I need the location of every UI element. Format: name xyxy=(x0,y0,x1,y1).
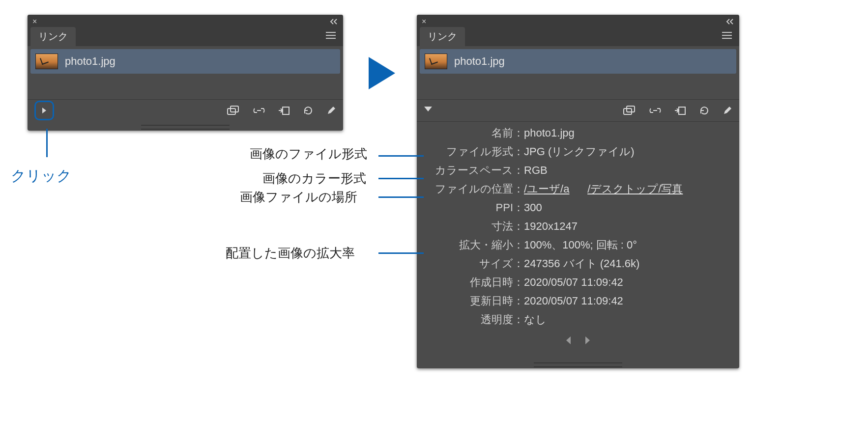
link-filename: photo1.jpg xyxy=(454,55,505,68)
leader-line xyxy=(378,155,424,157)
leader-line xyxy=(378,178,424,179)
detail-nav xyxy=(425,329,731,353)
detail-label-scale: 拡大・縮小 xyxy=(425,236,513,254)
tab-links[interactable]: リンク xyxy=(30,27,76,46)
next-link-icon[interactable] xyxy=(584,332,591,351)
panel-topbar: × xyxy=(28,15,343,28)
resize-grip-icon[interactable] xyxy=(534,362,622,367)
annotation-color: 画像のカラー形式 xyxy=(262,170,366,187)
detail-value-dimensions: 1920x1247 xyxy=(524,217,731,236)
panel-menu-icon[interactable] xyxy=(325,31,336,41)
path-link-2[interactable]: /デスクトップ/写真 xyxy=(587,183,683,195)
resize-grip-icon[interactable] xyxy=(141,125,230,130)
edit-original-icon[interactable] xyxy=(723,106,732,115)
relink-from-cc-icon[interactable] xyxy=(623,106,636,115)
leader-line xyxy=(378,252,424,254)
links-panel-collapsed: × リンク photo1.jpg xyxy=(28,15,343,131)
goto-link-icon[interactable] xyxy=(674,106,686,115)
detail-value-scale: 100%、100%; 回転 : 0° xyxy=(524,236,731,254)
prev-link-icon[interactable] xyxy=(565,332,572,351)
link-thumbnail-icon xyxy=(425,54,447,69)
relink-icon[interactable] xyxy=(649,107,662,114)
panel-footer xyxy=(28,99,343,121)
edit-original-icon[interactable] xyxy=(326,106,336,115)
detail-value-transparency: なし xyxy=(524,310,731,329)
panel-tabbar: リンク xyxy=(28,28,343,46)
detail-value-size: 247356 バイト (241.6k) xyxy=(524,254,731,273)
link-row[interactable]: photo1.jpg xyxy=(30,49,340,74)
detail-value-location: /ユーザ/a /デスクトップ/写真 xyxy=(524,180,731,198)
relink-icon[interactable] xyxy=(253,107,265,114)
detail-label-transparency: 透明度 xyxy=(425,310,513,329)
link-details: 名前：photo1.jpg ファイル形式：JPG (リンクファイル) カラースペ… xyxy=(417,122,739,359)
relink-from-cc-icon[interactable] xyxy=(227,106,240,115)
update-link-icon[interactable] xyxy=(699,105,710,116)
detail-label-format: ファイル形式 xyxy=(425,142,513,161)
annotation-click: クリック xyxy=(11,166,72,186)
detail-label-ppi: PPI xyxy=(425,198,513,217)
link-thumbnail-icon xyxy=(35,54,58,69)
detail-label-name: 名前 xyxy=(425,124,513,142)
panel-menu-icon[interactable] xyxy=(722,31,732,41)
panel-tabbar: リンク xyxy=(417,28,739,46)
collapse-chevrons-icon[interactable] xyxy=(328,19,338,25)
detail-value-colorspace: RGB xyxy=(524,161,731,180)
links-panel-expanded: × リンク photo1.jpg xyxy=(417,15,739,368)
link-row[interactable]: photo1.jpg xyxy=(420,49,736,74)
goto-link-icon[interactable] xyxy=(278,106,290,115)
svg-rect-3 xyxy=(283,107,289,114)
detail-label-colorspace: カラースペース xyxy=(425,161,513,180)
leader-line xyxy=(378,196,424,198)
panel-footer xyxy=(417,99,739,122)
collapse-chevrons-icon[interactable] xyxy=(724,19,734,25)
transition-arrow-icon xyxy=(368,56,397,92)
detail-label-location: ファイルの位置 xyxy=(425,180,513,198)
svg-rect-7 xyxy=(679,107,685,114)
detail-value-ppi: 300 xyxy=(524,198,731,217)
detail-value-name: photo1.jpg xyxy=(524,124,731,142)
link-filename: photo1.jpg xyxy=(65,55,116,68)
detail-value-modified: 2020/05/07 11:09:42 xyxy=(524,292,731,310)
detail-label-modified: 更新日時 xyxy=(425,292,513,310)
close-icon[interactable]: × xyxy=(422,18,426,26)
expand-details-button[interactable] xyxy=(34,101,54,120)
close-icon[interactable]: × xyxy=(32,18,37,26)
annotation-scale: 配置した画像の拡大率 xyxy=(226,245,355,262)
path-link-1[interactable]: /ユーザ/a xyxy=(524,183,569,195)
tab-links[interactable]: リンク xyxy=(420,27,465,46)
annotation-location: 画像ファイルの場所 xyxy=(240,189,357,206)
collapse-details-button[interactable] xyxy=(424,106,433,115)
detail-label-size: サイズ xyxy=(425,254,513,273)
detail-label-created: 作成日時 xyxy=(425,273,513,292)
detail-label-dimensions: 寸法 xyxy=(425,217,513,236)
detail-value-created: 2020/05/07 11:09:42 xyxy=(524,273,731,292)
detail-value-format: JPG (リンクファイル) xyxy=(524,142,731,161)
panel-topbar: × xyxy=(417,15,739,28)
annotation-format: 画像のファイル形式 xyxy=(250,145,367,163)
update-link-icon[interactable] xyxy=(303,105,314,116)
